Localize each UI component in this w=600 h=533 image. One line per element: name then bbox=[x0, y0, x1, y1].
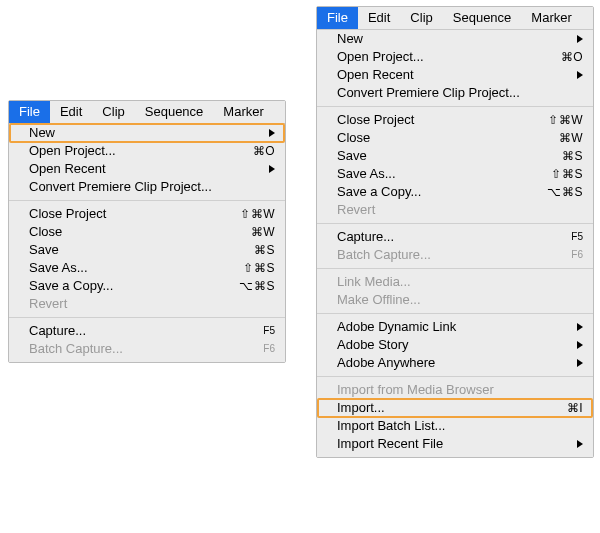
menu-item-convert-premiere-clip[interactable]: Convert Premiere Clip Project... bbox=[317, 84, 593, 102]
submenu-icon bbox=[577, 71, 583, 79]
menu-item-close[interactable]: Close ⌘W bbox=[317, 129, 593, 147]
menu-label: Close Project bbox=[29, 205, 232, 223]
shortcut: ⌘S bbox=[554, 147, 583, 165]
menu-item-import-recent-file[interactable]: Import Recent File bbox=[317, 435, 593, 453]
menu-item-close-project[interactable]: Close Project ⇧⌘W bbox=[317, 111, 593, 129]
menu-label: Import from Media Browser bbox=[337, 381, 583, 399]
shortcut: ⌘O bbox=[553, 48, 583, 66]
submenu-icon bbox=[577, 323, 583, 331]
menu-item-open-recent[interactable]: Open Recent bbox=[9, 160, 285, 178]
menu-label: Adobe Dynamic Link bbox=[337, 318, 569, 336]
menu-label: Close bbox=[337, 129, 551, 147]
file-menu-body-right: New Open Project... ⌘O Open Recent Conve… bbox=[317, 30, 593, 457]
menu-item-save[interactable]: Save ⌘S bbox=[9, 241, 285, 259]
menu-label: Link Media... bbox=[337, 273, 583, 291]
separator bbox=[317, 313, 593, 314]
menu-label: Open Recent bbox=[337, 66, 569, 84]
menubar-left: File Edit Clip Sequence Marker bbox=[9, 101, 285, 124]
menu-sequence[interactable]: Sequence bbox=[443, 7, 522, 29]
menu-file[interactable]: File bbox=[317, 7, 358, 29]
file-menu-right: File Edit Clip Sequence Marker New Open … bbox=[316, 6, 594, 458]
menu-item-import[interactable]: Import... ⌘I bbox=[317, 399, 593, 417]
submenu-icon bbox=[577, 35, 583, 43]
menu-item-adobe-story[interactable]: Adobe Story bbox=[317, 336, 593, 354]
menu-label: Save a Copy... bbox=[29, 277, 231, 295]
file-menu-body-left: New Open Project... ⌘O Open Recent Conve… bbox=[9, 124, 285, 362]
menu-file[interactable]: File bbox=[9, 101, 50, 123]
menu-item-save-as[interactable]: Save As... ⇧⌘S bbox=[317, 165, 593, 183]
menu-item-close-project[interactable]: Close Project ⇧⌘W bbox=[9, 205, 285, 223]
menu-item-link-media: Link Media... bbox=[317, 273, 593, 291]
menu-label: Save As... bbox=[337, 165, 543, 183]
menu-label: Revert bbox=[337, 201, 583, 219]
menu-label: New bbox=[337, 30, 569, 48]
menu-label: Close bbox=[29, 223, 243, 241]
separator bbox=[317, 106, 593, 107]
menu-item-import-media-browser: Import from Media Browser bbox=[317, 381, 593, 399]
menu-item-import-batch-list[interactable]: Import Batch List... bbox=[317, 417, 593, 435]
menu-item-capture[interactable]: Capture... F5 bbox=[9, 322, 285, 340]
menu-label: Adobe Story bbox=[337, 336, 569, 354]
menu-item-save[interactable]: Save ⌘S bbox=[317, 147, 593, 165]
menu-label: Save a Copy... bbox=[337, 183, 539, 201]
shortcut: F5 bbox=[563, 228, 583, 246]
menu-label: Save As... bbox=[29, 259, 235, 277]
menu-item-new[interactable]: New bbox=[9, 124, 285, 142]
menu-item-revert: Revert bbox=[9, 295, 285, 313]
menu-item-batch-capture: Batch Capture... F6 bbox=[9, 340, 285, 358]
submenu-icon bbox=[577, 359, 583, 367]
menu-sequence[interactable]: Sequence bbox=[135, 101, 214, 123]
separator bbox=[9, 200, 285, 201]
menu-edit[interactable]: Edit bbox=[358, 7, 400, 29]
menu-label: Capture... bbox=[29, 322, 255, 340]
menu-item-save-a-copy[interactable]: Save a Copy... ⌥⌘S bbox=[317, 183, 593, 201]
menu-label: Capture... bbox=[337, 228, 563, 246]
menu-item-new[interactable]: New bbox=[317, 30, 593, 48]
menu-label: Batch Capture... bbox=[29, 340, 255, 358]
menu-item-open-project[interactable]: Open Project... ⌘O bbox=[317, 48, 593, 66]
shortcut: F5 bbox=[255, 322, 275, 340]
menu-clip[interactable]: Clip bbox=[400, 7, 442, 29]
menu-label: Import Batch List... bbox=[337, 417, 583, 435]
menu-label: Revert bbox=[29, 295, 275, 313]
separator bbox=[317, 268, 593, 269]
menu-item-dynamic-link[interactable]: Adobe Dynamic Link bbox=[317, 318, 593, 336]
menu-marker[interactable]: Marker bbox=[521, 7, 581, 29]
submenu-icon bbox=[577, 440, 583, 448]
menu-item-capture[interactable]: Capture... F5 bbox=[317, 228, 593, 246]
shortcut: ⌘W bbox=[551, 129, 583, 147]
shortcut: ⌥⌘S bbox=[539, 183, 583, 201]
submenu-icon bbox=[269, 165, 275, 173]
menu-item-close[interactable]: Close ⌘W bbox=[9, 223, 285, 241]
shortcut: F6 bbox=[255, 340, 275, 358]
separator bbox=[317, 376, 593, 377]
file-menu-left: File Edit Clip Sequence Marker New Open … bbox=[8, 100, 286, 363]
menu-label: Save bbox=[29, 241, 246, 259]
shortcut: F6 bbox=[563, 246, 583, 264]
menu-edit[interactable]: Edit bbox=[50, 101, 92, 123]
menu-label: Close Project bbox=[337, 111, 540, 129]
separator bbox=[9, 317, 285, 318]
menu-label: Make Offline... bbox=[337, 291, 583, 309]
menu-label: Save bbox=[337, 147, 554, 165]
submenu-icon bbox=[577, 341, 583, 349]
shortcut: ⇧⌘W bbox=[540, 111, 583, 129]
menu-marker[interactable]: Marker bbox=[213, 101, 273, 123]
menubar-right: File Edit Clip Sequence Marker bbox=[317, 7, 593, 30]
menu-item-save-a-copy[interactable]: Save a Copy... ⌥⌘S bbox=[9, 277, 285, 295]
menu-item-open-project[interactable]: Open Project... ⌘O bbox=[9, 142, 285, 160]
menu-item-make-offline: Make Offline... bbox=[317, 291, 593, 309]
menu-label: Convert Premiere Clip Project... bbox=[29, 178, 275, 196]
separator bbox=[317, 223, 593, 224]
menu-item-save-as[interactable]: Save As... ⇧⌘S bbox=[9, 259, 285, 277]
menu-item-batch-capture: Batch Capture... F6 bbox=[317, 246, 593, 264]
menu-item-open-recent[interactable]: Open Recent bbox=[317, 66, 593, 84]
menu-item-convert-premiere-clip[interactable]: Convert Premiere Clip Project... bbox=[9, 178, 285, 196]
menu-label: Import... bbox=[337, 399, 559, 417]
menu-item-adobe-anywhere[interactable]: Adobe Anywhere bbox=[317, 354, 593, 372]
menu-label: Open Recent bbox=[29, 160, 261, 178]
menu-clip[interactable]: Clip bbox=[92, 101, 134, 123]
shortcut: ⌘O bbox=[245, 142, 275, 160]
shortcut: ⌘W bbox=[243, 223, 275, 241]
menu-label: Adobe Anywhere bbox=[337, 354, 569, 372]
